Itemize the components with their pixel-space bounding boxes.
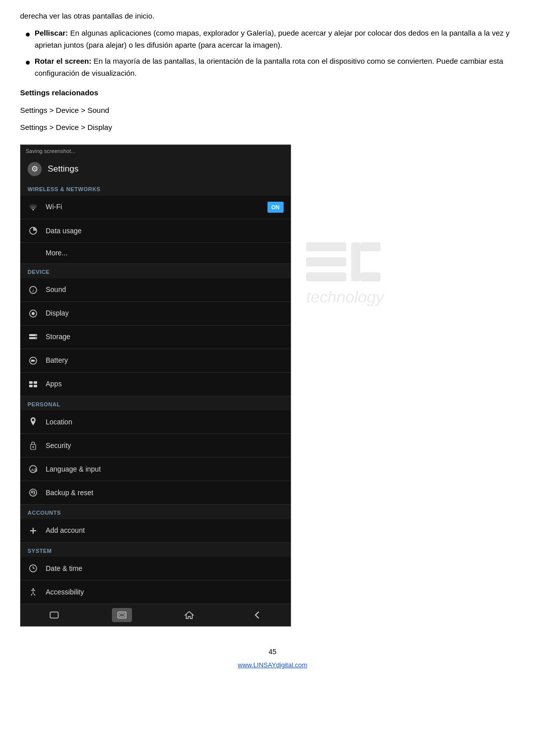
bullet-dot-1: ● (25, 28, 31, 41)
settings-item-more[interactable]: More... (21, 243, 291, 264)
settings-section-title: Settings relacionados (20, 87, 525, 99)
add-account-icon (28, 525, 39, 536)
svg-rect-7 (36, 335, 37, 336)
settings-item-datetime[interactable]: Date & time (21, 557, 291, 580)
svg-rect-31 (306, 242, 346, 251)
settings-title: Settings (48, 163, 78, 176)
svg-rect-8 (36, 338, 37, 339)
bullet-label-2: Rotar el screen: (35, 57, 91, 65)
android-nav-bar (21, 604, 291, 626)
nav-back[interactable] (247, 608, 267, 622)
display-label: Display (46, 308, 284, 319)
settings-item-location[interactable]: Location (21, 410, 291, 434)
display-icon (28, 308, 39, 319)
nav-home-circle[interactable] (179, 608, 199, 622)
storage-icon (28, 332, 39, 343)
svg-rect-11 (34, 360, 35, 361)
page-container: derecha ver las otras pantallas de inici… (0, 0, 545, 690)
nav-home[interactable] (112, 608, 132, 622)
section-personal: PERSONAL (21, 396, 291, 411)
website-link[interactable]: www.LINSAYdigital.com (238, 661, 307, 669)
nav-recent-apps[interactable] (44, 608, 64, 622)
settings-item-backup[interactable]: Backup & reset (21, 481, 291, 505)
settings-path-display: Settings > Device > Display (20, 122, 525, 133)
bullet-text-1: Pelliscar: En algunas aplicaciones (como… (35, 27, 525, 51)
status-bar-text: Saving screenshot... (26, 148, 76, 154)
language-label: Language & input (46, 464, 284, 475)
bullet-pelliscar: ● Pelliscar: En algunas aplicaciones (co… (20, 27, 525, 51)
bullet-dot-2: ● (25, 56, 31, 69)
language-icon: A あ (28, 464, 39, 475)
svg-rect-34 (351, 242, 360, 281)
svg-text:あ: あ (34, 468, 38, 472)
datetime-icon (28, 563, 39, 574)
android-status-bar: Saving screenshot... (21, 145, 291, 158)
data-usage-label: Data usage (46, 226, 284, 236)
svg-rect-33 (306, 272, 346, 281)
android-header: ⚙ Settings (21, 157, 291, 181)
apps-label: Apps (46, 379, 284, 389)
settings-item-accessibility[interactable]: Accessibility (21, 580, 291, 604)
sound-label: Sound (46, 284, 284, 295)
svg-point-27 (33, 588, 34, 590)
accessibility-icon (28, 586, 39, 597)
settings-item-language[interactable]: A あ Language & input (21, 458, 291, 481)
android-screenshot: Saving screenshot... ⚙ Settings WIRELESS… (20, 144, 291, 627)
more-label: More... (46, 248, 68, 258)
section-device: DEVICE (21, 264, 291, 278)
settings-item-storage[interactable]: Storage (21, 326, 291, 349)
settings-path-sound: Settings > Device > Sound (20, 105, 525, 116)
footer-website: www.LINSAYdigital.com (20, 660, 525, 670)
sound-icon: ♪ (28, 284, 39, 295)
screenshot-row: Saving screenshot... ⚙ Settings WIRELESS… (20, 139, 525, 637)
svg-rect-29 (118, 612, 126, 618)
security-icon (28, 440, 39, 451)
settings-item-wifi[interactable]: Wi-Fi ON (21, 196, 291, 220)
bullet-label-1: Pelliscar: (35, 29, 68, 37)
security-label: Security (46, 440, 284, 451)
svg-rect-36 (360, 272, 380, 281)
location-icon (28, 416, 39, 427)
svg-text:technology: technology (306, 288, 385, 306)
settings-item-battery[interactable]: Battery (21, 349, 291, 373)
add-account-label: Add account (46, 525, 284, 536)
svg-rect-14 (29, 385, 33, 387)
svg-text:♪: ♪ (32, 287, 35, 293)
settings-item-add-account[interactable]: Add account (21, 519, 291, 543)
battery-icon (28, 355, 39, 366)
location-label: Location (46, 417, 284, 427)
settings-item-apps[interactable]: Apps (21, 373, 291, 396)
section-wireless: WIRELESS & NETWORKS (21, 181, 291, 196)
bullet-text-2: Rotar el screen: En la mayoría de las pa… (35, 55, 525, 79)
section-accounts: ACCOUNTS (21, 505, 291, 519)
brand-watermark: technology (291, 139, 482, 415)
settings-item-data-usage[interactable]: Data usage (21, 219, 291, 243)
datetime-label: Date & time (46, 563, 284, 574)
wifi-label: Wi-Fi (46, 202, 260, 212)
section-system: SYSTEM (21, 543, 291, 557)
apps-icon (28, 379, 39, 390)
intro-line1: derecha ver las otras pantallas de inici… (20, 10, 525, 22)
bullet-rotar: ● Rotar el screen: En la mayoría de las … (20, 55, 525, 79)
svg-rect-12 (29, 381, 33, 384)
settings-item-security[interactable]: Security (21, 434, 291, 458)
settings-item-sound[interactable]: ♪ Sound (21, 278, 291, 302)
svg-rect-32 (306, 257, 346, 266)
wifi-icon (28, 202, 39, 213)
backup-icon (28, 487, 39, 498)
storage-label: Storage (46, 332, 284, 342)
svg-point-17 (33, 446, 34, 448)
page-number: 45 (20, 647, 525, 657)
wifi-toggle[interactable]: ON (267, 202, 284, 213)
svg-rect-15 (34, 385, 37, 387)
svg-rect-28 (50, 612, 58, 618)
svg-rect-10 (31, 360, 34, 362)
settings-item-display[interactable]: Display (21, 302, 291, 326)
accessibility-label: Accessibility (46, 587, 284, 597)
data-usage-icon (28, 225, 39, 236)
svg-rect-35 (360, 242, 380, 251)
backup-label: Backup & reset (46, 488, 284, 498)
gear-icon: ⚙ (28, 162, 42, 176)
svg-point-4 (32, 312, 35, 315)
battery-label: Battery (46, 355, 284, 366)
